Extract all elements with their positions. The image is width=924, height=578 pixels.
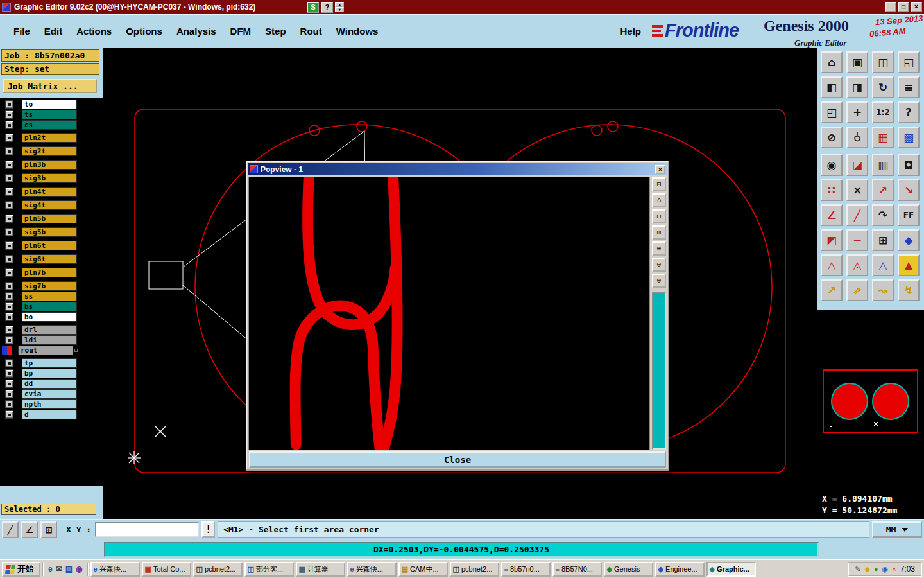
popview-scrollbar[interactable] xyxy=(652,292,666,450)
layer-visibility-checkbox[interactable] xyxy=(5,228,13,236)
menu-step[interactable]: Step xyxy=(258,22,293,40)
layer-visibility-checkbox[interactable] xyxy=(5,110,13,119)
layer-name[interactable]: bp xyxy=(22,369,77,378)
rt-snap-point[interactable]: ◉ xyxy=(821,154,843,176)
layer-name[interactable]: bs xyxy=(22,302,77,311)
layer-name[interactable]: bo xyxy=(22,312,77,322)
tray-blue-icon[interactable]: ◉ xyxy=(882,565,889,574)
sb-grid-tool[interactable]: ⊞ xyxy=(40,521,57,538)
layer-visibility-checkbox[interactable] xyxy=(5,313,13,321)
layer-row[interactable]: tp xyxy=(5,358,103,368)
rt-rotate-view[interactable]: ↻ xyxy=(872,76,894,98)
layer-row[interactable]: cvia xyxy=(5,389,103,399)
rt-grid-dots[interactable]: ▩ xyxy=(898,127,920,148)
taskbar-button[interactable]: ◫部分客... xyxy=(244,562,294,577)
menu-dfm[interactable]: DFM xyxy=(223,22,259,40)
rt-delete-tool[interactable]: × xyxy=(846,179,868,201)
layer-name[interactable]: to xyxy=(22,100,77,109)
popview-titlebar[interactable]: Popview - 1 × xyxy=(248,163,667,175)
rt-corner-tool[interactable]: ◩ xyxy=(821,229,843,251)
layer-row[interactable]: sig4t xyxy=(5,200,103,210)
rt-screen-view[interactable]: ▣ xyxy=(846,51,868,73)
layer-visibility-checkbox[interactable] xyxy=(5,282,13,290)
layer-visibility-checkbox[interactable] xyxy=(5,400,13,408)
layer-visibility-checkbox[interactable] xyxy=(5,336,13,344)
taskbar-button[interactable]: e兴森快... xyxy=(90,562,140,577)
layer-visibility-checkbox[interactable] xyxy=(5,390,13,398)
spinner-up-icon[interactable]: ▴ xyxy=(335,2,344,7)
alert-button[interactable]: ! xyxy=(201,521,215,538)
layer-name[interactable]: sig7b xyxy=(22,281,77,291)
tray-pen-icon[interactable]: ✎ xyxy=(855,565,860,574)
rt-triangle-dot[interactable]: ◬ xyxy=(846,254,868,276)
rt-layer-stack[interactable]: ≡ xyxy=(898,76,920,98)
layer-visibility-checkbox[interactable] xyxy=(5,188,13,196)
layer-name[interactable]: cs xyxy=(22,120,77,130)
help-toolbar-button[interactable]: ? xyxy=(321,2,333,13)
layer-name[interactable]: sig4t xyxy=(22,200,77,210)
layer-visibility-checkbox[interactable] xyxy=(5,255,13,263)
layer-visibility-checkbox[interactable] xyxy=(5,100,13,109)
popview-tool-grid[interactable]: ⊞ xyxy=(652,225,666,240)
layer-row[interactable]: ss xyxy=(5,292,103,301)
rt-shift-left[interactable]: ◧ xyxy=(821,76,843,98)
menu-options[interactable]: Options xyxy=(119,22,169,40)
quick-launch-mail-icon[interactable]: ✉ xyxy=(56,565,62,574)
rt-clip-area[interactable]: ⊘ xyxy=(821,127,843,148)
tray-diamond-icon[interactable]: ◆ xyxy=(864,565,869,574)
layer-row[interactable]: sig2t xyxy=(5,146,103,156)
quick-launch-media-icon[interactable]: ◉ xyxy=(76,565,82,574)
layer-row[interactable]: pln2t xyxy=(5,133,103,143)
layer-visibility-checkbox[interactable] xyxy=(5,134,13,142)
rt-add-shape[interactable]: ⊞ xyxy=(872,229,894,251)
layer-name[interactable]: dd xyxy=(22,379,77,389)
spinner-down-icon[interactable]: ▾ xyxy=(335,7,344,12)
popview-tool-home[interactable]: ⌂ xyxy=(652,193,666,207)
layer-visibility-checkbox[interactable] xyxy=(5,215,13,223)
layer-name[interactable]: ldi xyxy=(22,335,77,345)
layer-row[interactable]: pln6t xyxy=(5,241,103,250)
layer-name[interactable]: pln4t xyxy=(22,187,77,197)
layer-name[interactable]: pln2t xyxy=(22,133,77,143)
rt-copy-point[interactable]: ↘ xyxy=(898,179,920,201)
menu-help[interactable]: Help xyxy=(613,22,648,40)
quick-launch-browser-icon[interactable]: e xyxy=(48,565,53,574)
layer-row[interactable]: to xyxy=(5,100,103,109)
layer-row[interactable]: bo xyxy=(5,312,103,322)
tray-close-icon[interactable]: × xyxy=(892,565,896,573)
layer-name[interactable]: pln6t xyxy=(22,241,77,250)
maximize-button[interactable]: □ xyxy=(898,2,909,12)
layer-name[interactable]: d xyxy=(22,410,77,419)
rt-draw-line[interactable]: ╱ xyxy=(846,204,868,226)
taskbar-button[interactable]: ◈Enginee... xyxy=(655,562,705,577)
layer-row[interactable]: bs xyxy=(5,302,103,311)
sb-line-tool[interactable]: ╱ xyxy=(2,521,19,538)
layer-row[interactable]: pln4t xyxy=(5,187,103,197)
rt-context-help[interactable]: ? xyxy=(898,101,920,123)
taskbar-button[interactable]: ≡8B57N0... xyxy=(552,562,602,577)
sb-angle-tool[interactable]: ∠ xyxy=(21,521,38,538)
rt-shape-library[interactable]: ◆ xyxy=(898,229,920,251)
rt-arrow-bolt[interactable]: ↯ xyxy=(898,279,920,301)
rt-arrow-wave[interactable]: ↝ xyxy=(872,279,894,301)
rt-arc-tool[interactable]: ↷ xyxy=(872,204,894,226)
clock[interactable]: 7:03 xyxy=(900,565,915,574)
taskbar-button-active[interactable]: ◈Graphic... xyxy=(706,562,756,577)
layer-name[interactable]: drl xyxy=(22,325,77,335)
layer-visibility-checkbox[interactable] xyxy=(5,302,13,311)
layer-name[interactable]: pln3b xyxy=(22,160,77,170)
layer-visibility-checkbox[interactable] xyxy=(5,369,13,378)
menu-rout[interactable]: Rout xyxy=(293,22,329,40)
close-button[interactable]: × xyxy=(911,2,922,12)
taskbar-button[interactable]: ◫pcbnet2... xyxy=(450,562,499,577)
rt-measure-angle[interactable]: ∠ xyxy=(821,204,843,226)
layer-visibility-checkbox[interactable] xyxy=(5,268,13,277)
minimize-button[interactable]: _ xyxy=(885,2,896,12)
popview-close-icon[interactable]: × xyxy=(655,165,665,174)
menu-actions[interactable]: Actions xyxy=(69,22,119,40)
taskbar-button[interactable]: e兴森快... xyxy=(347,562,397,577)
layer-row[interactable]: pln5b xyxy=(5,214,103,223)
layer-visibility-checkbox[interactable] xyxy=(5,174,13,182)
layer-name[interactable]: sig3b xyxy=(22,173,77,183)
rt-text-ff[interactable]: FF xyxy=(898,204,920,226)
